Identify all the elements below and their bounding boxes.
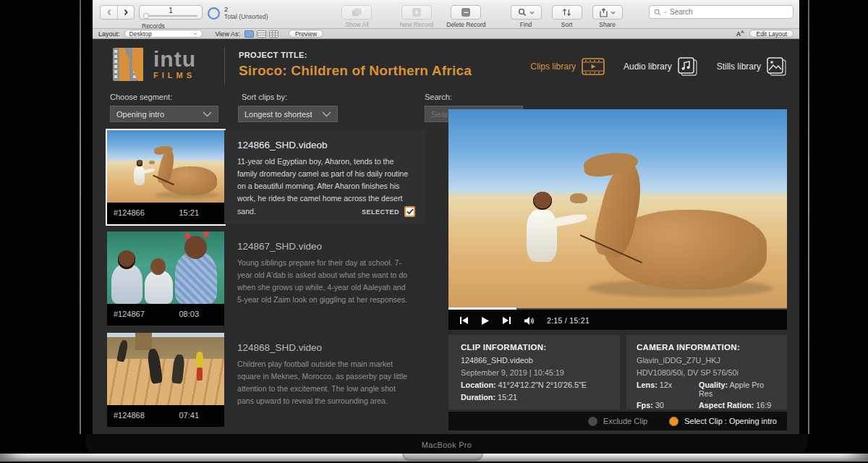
clips-library-button[interactable]: Clips library <box>530 58 605 75</box>
current-record-number: 1 <box>169 7 173 14</box>
check-icon <box>407 208 414 215</box>
show-all-label: Show All <box>345 21 369 28</box>
clip-id: #124867 <box>114 310 179 318</box>
status-toolbar: 1 2 Total (Unsorted) Records <box>93 2 799 29</box>
new-record-button[interactable]: + <box>401 5 432 20</box>
minus-icon: − <box>461 8 470 17</box>
total-record-count: 2 <box>224 6 268 13</box>
view-as-form-button[interactable] <box>244 30 254 38</box>
exclude-clip-button[interactable]: Exclude Clip <box>588 417 647 426</box>
scrub-bar[interactable] <box>448 308 787 310</box>
clips-library-label: Clips library <box>530 61 576 72</box>
layout-popup-value: Desktop <box>129 30 152 38</box>
desert-thumbnail-art <box>107 130 224 203</box>
sort-dropdown[interactable]: Longest to shortest <box>238 106 338 122</box>
find-button[interactable] <box>511 5 542 20</box>
quick-find-field[interactable] <box>649 5 793 19</box>
playback-time: 2:15 / 15:21 <box>547 316 590 325</box>
edit-layout-label: Edit Layout <box>756 30 787 38</box>
previous-record-button[interactable] <box>101 6 117 19</box>
record-pie-icon[interactable] <box>207 7 221 20</box>
new-record-label: New Record <box>399 21 433 28</box>
skip-back-button[interactable] <box>459 316 469 325</box>
camera-format: HDV1080/50i, DV SP 576/50i <box>637 368 780 377</box>
segment-filter-label: Choose segment: <box>110 93 218 101</box>
clip-thumbnail[interactable]: #124866 15:21 <box>107 130 224 224</box>
clip-title: 124866_SHD.videob <box>237 140 414 150</box>
chevron-down-icon <box>610 11 616 14</box>
chevron-left-icon <box>106 9 112 16</box>
volume-button[interactable] <box>524 316 535 326</box>
clip-card[interactable]: #124867 08:03 124867_SHD.video Young sib… <box>107 232 425 326</box>
clip-duration: 08:03 <box>179 310 199 318</box>
chevron-down-icon <box>529 11 535 14</box>
plus-icon: + <box>412 8 421 17</box>
clip-id: #124866 <box>114 208 179 217</box>
select-clip-label: Select Clip : Opening intro <box>684 417 777 425</box>
project-title: Siroco: Children of Northern Africa <box>239 63 472 79</box>
clip-description: Young siblings prepare for their day at … <box>237 257 414 307</box>
select-radio-icon[interactable] <box>669 417 678 426</box>
location-label: Location: <box>461 381 496 389</box>
preview-button[interactable]: Preview <box>289 30 323 38</box>
clip-info-datetime: September 9, 2019 | 10:45:19 <box>461 368 613 377</box>
duration-label: Duration: <box>461 393 495 402</box>
screen-edge-right <box>808 0 809 434</box>
app-logo: intu FILMS <box>110 46 196 82</box>
show-all-button[interactable] <box>341 5 372 20</box>
segment-dropdown[interactable]: Opening intro <box>110 106 218 122</box>
audio-library-button[interactable]: Audio library <box>624 57 698 76</box>
records-label: Records <box>142 22 165 30</box>
clip-thumbnail[interactable]: #124868 07:41 <box>107 333 224 427</box>
sort-button[interactable] <box>552 5 582 20</box>
player-controls: 2:15 / 15:21 <box>448 310 787 330</box>
quick-find-input[interactable] <box>670 8 788 16</box>
camera-info-heading: CAMERA INFORMATION: <box>637 343 780 352</box>
share-icon <box>600 8 608 17</box>
clip-card[interactable]: #124868 07:41 124868_SHD.video Children … <box>107 333 425 427</box>
layout-popup[interactable]: Desktop <box>124 30 203 38</box>
show-all-icon <box>352 8 362 17</box>
record-slider-track[interactable] <box>144 15 197 17</box>
exclude-radio-icon[interactable] <box>588 417 597 426</box>
delete-record-button[interactable]: − <box>451 5 481 20</box>
clip-duration: 15:21 <box>179 208 199 217</box>
clip-title: 124867_SHD.video <box>237 241 414 252</box>
video-preview[interactable]: 2:15 / 15:21 <box>448 109 787 330</box>
record-number-slider[interactable]: 1 <box>139 5 203 20</box>
skip-forward-button[interactable] <box>502 316 511 325</box>
fps-value: 30 <box>655 401 664 409</box>
share-button[interactable] <box>592 5 623 20</box>
clip-thumbnail[interactable]: #124867 08:03 <box>107 232 224 326</box>
search-filter-label: Search: <box>425 93 523 101</box>
segment-dropdown-value: Opening intro <box>116 110 164 119</box>
scrub-fill <box>448 307 516 310</box>
view-as-table-button[interactable] <box>269 30 278 38</box>
chevron-down-icon <box>193 33 197 35</box>
next-record-button[interactable] <box>117 6 134 19</box>
clip-action-bar: Exclude Clip Select Clip : Opening intro <box>448 412 787 430</box>
search-icon <box>654 9 661 16</box>
filmstrip-logo-icon <box>110 46 146 82</box>
chevron-down-icon <box>663 11 668 14</box>
school-thumbnail-art <box>107 232 224 304</box>
exclude-clip-label: Exclude Clip <box>603 417 647 425</box>
play-button[interactable] <box>481 316 490 326</box>
preview-button-label: Preview <box>295 30 317 38</box>
stills-library-button[interactable]: Stills library <box>717 57 787 76</box>
formatting-bar-icon[interactable]: AA <box>736 30 744 38</box>
record-nav[interactable] <box>100 5 135 20</box>
record-slider-thumb[interactable] <box>143 13 149 19</box>
clip-info-filename: 124866_SHD.videob <box>461 356 613 365</box>
edit-layout-button[interactable]: Edit Layout <box>749 30 793 38</box>
sort-label: Sort <box>561 21 573 28</box>
clip-title: 124868_SHD.video <box>237 342 414 353</box>
clip-card[interactable]: #124866 15:21 124866_SHD.videob 11-year … <box>107 130 425 224</box>
selected-checkbox[interactable] <box>404 206 415 217</box>
project-title-label: PROJECT TITLE: <box>239 51 472 59</box>
fps-label: Fps: <box>637 401 653 409</box>
view-as-list-button[interactable] <box>257 30 266 38</box>
select-clip-button[interactable]: Select Clip : Opening intro <box>669 417 777 426</box>
video-frame <box>448 109 787 310</box>
quality-label: Quality: <box>699 381 728 389</box>
